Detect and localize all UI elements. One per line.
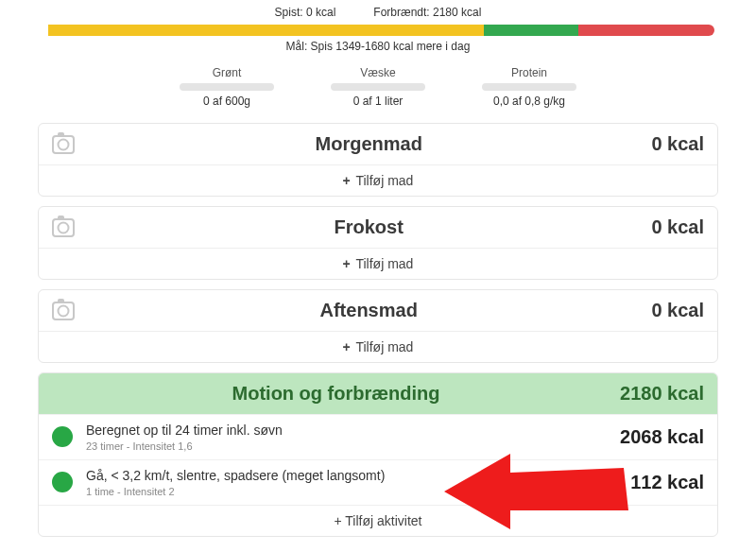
- macro-greens[interactable]: Grønt 0 af 600g: [180, 66, 274, 108]
- camera-icon[interactable]: [52, 135, 75, 154]
- bar-segment-yellow: [48, 25, 484, 36]
- macro-value: 0 af 600g: [180, 95, 274, 108]
- add-activity-label: Tilføj aktivitet: [345, 513, 421, 528]
- macro-protein[interactable]: Protein 0,0 af 0,8 g/kg: [482, 66, 576, 108]
- activity-dot-icon: [52, 472, 73, 492]
- add-food-button[interactable]: + Tilføj mad: [39, 331, 717, 362]
- camera-icon[interactable]: [52, 218, 75, 237]
- meal-card-aftensmad: Aftensmad 0 kcal + Tilføj mad: [38, 289, 718, 363]
- exercise-title: Motion og forbrænding: [52, 383, 620, 405]
- meal-header[interactable]: Aftensmad 0 kcal: [39, 290, 717, 331]
- macro-trackers: Grønt 0 af 600g Væske 0 af 1 liter Prote…: [38, 66, 718, 108]
- energy-progress-bar: [38, 25, 718, 36]
- macro-value: 0,0 af 0,8 g/kg: [482, 95, 576, 108]
- burned-label: Forbrændt:: [373, 6, 429, 19]
- macro-value: 0 af 1 liter: [331, 95, 425, 108]
- macro-bar: [331, 83, 425, 91]
- macro-fluid[interactable]: Væske 0 af 1 liter: [331, 66, 425, 108]
- camera-icon[interactable]: [52, 302, 75, 320]
- meal-title: Aftensmad: [86, 300, 651, 321]
- meal-card-morgenmad: Morgenmad 0 kcal + Tilføj mad: [38, 123, 718, 197]
- add-activity-button[interactable]: + Tilføj aktivitet: [39, 505, 717, 536]
- add-food-label: Tilføj mad: [355, 173, 413, 188]
- exercise-card: Motion og forbrænding 2180 kcal Beregnet…: [38, 372, 718, 537]
- add-food-label: Tilføj mad: [355, 339, 413, 354]
- exercise-row[interactable]: Beregnet op til 24 timer inkl. søvn 23 t…: [39, 414, 717, 459]
- exercise-total-kcal: 2180 kcal: [620, 383, 704, 405]
- activity-dot-icon: [52, 426, 73, 447]
- meal-title: Frokost: [86, 216, 651, 238]
- macro-bar: [180, 83, 274, 91]
- meal-kcal: 0 kcal: [651, 300, 704, 321]
- macro-label: Protein: [482, 66, 576, 79]
- add-food-button[interactable]: + Tilføj mad: [39, 164, 717, 196]
- exercise-row[interactable]: Gå, < 3,2 km/t, slentre, spadsere (meget…: [39, 459, 717, 505]
- add-food-button[interactable]: + Tilføj mad: [39, 248, 717, 279]
- add-food-label: Tilføj mad: [355, 256, 413, 271]
- meal-card-frokost: Frokost 0 kcal + Tilføj mad: [38, 206, 718, 280]
- activity-name: Gå, < 3,2 km/t, slentre, spadsere (meget…: [86, 468, 630, 484]
- macro-bar: [482, 83, 576, 91]
- plus-icon: +: [343, 173, 351, 188]
- plus-icon: +: [343, 256, 351, 271]
- goal-text: Mål: Spis 1349-1680 kcal mere i dag: [38, 40, 718, 53]
- meal-title: Morgenmad: [86, 133, 651, 155]
- activity-subtext: 23 timer - Intensitet 1,6: [86, 440, 620, 452]
- meal-kcal: 0 kcal: [651, 216, 704, 238]
- meal-header[interactable]: Frokost 0 kcal: [39, 207, 717, 248]
- activity-name: Beregnet op til 24 timer inkl. søvn: [86, 423, 620, 439]
- burned-value: 2180 kcal: [433, 6, 481, 19]
- exercise-header[interactable]: Motion og forbrænding 2180 kcal: [39, 373, 717, 414]
- bar-segment-red: [578, 25, 714, 36]
- meal-kcal: 0 kcal: [651, 133, 704, 155]
- eaten-value: 0 kcal: [306, 6, 335, 19]
- energy-summary: Spist: 0 kcal Forbrændt: 2180 kcal: [38, 0, 718, 19]
- plus-icon: +: [335, 513, 342, 528]
- activity-kcal: 112 kcal: [630, 472, 704, 493]
- meal-header[interactable]: Morgenmad 0 kcal: [39, 124, 717, 164]
- plus-icon: +: [343, 339, 351, 354]
- macro-label: Grønt: [180, 66, 274, 79]
- macro-label: Væske: [331, 66, 425, 79]
- activity-kcal: 2068 kcal: [620, 426, 704, 448]
- activity-subtext: 1 time - Intensitet 2: [86, 486, 630, 497]
- bar-segment-green: [484, 25, 579, 36]
- eaten-label: Spist:: [275, 6, 303, 19]
